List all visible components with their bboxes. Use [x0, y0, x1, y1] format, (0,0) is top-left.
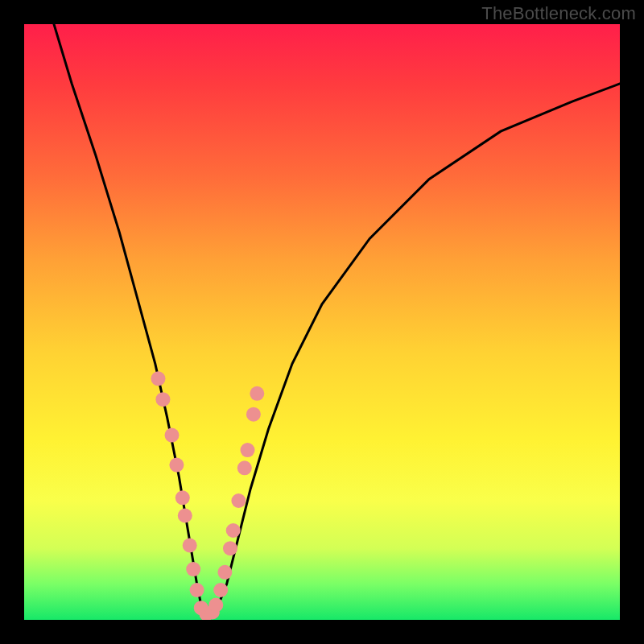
highlight-dot: [226, 523, 241, 538]
highlight-dot: [151, 371, 166, 386]
highlight-dot: [231, 493, 246, 508]
chart-frame: TheBottleneck.com: [0, 0, 644, 644]
highlight-dot: [183, 539, 197, 553]
highlight-dot: [250, 386, 264, 401]
highlight-dot: [186, 562, 200, 576]
highlight-dot: [246, 407, 261, 422]
highlight-dot: [241, 443, 255, 457]
highlight-dot: [169, 458, 184, 473]
marker-group: [151, 371, 265, 620]
highlight-dot: [237, 460, 252, 475]
highlight-dot: [165, 428, 180, 443]
highlight-dot: [155, 392, 170, 407]
highlight-dot: [217, 565, 232, 580]
highlight-dot: [208, 598, 223, 613]
highlight-dot: [190, 583, 204, 597]
highlight-dot: [213, 583, 228, 597]
highlight-dot: [178, 509, 192, 523]
curve-svg: [24, 24, 620, 620]
bottleneck-curve: [54, 24, 620, 614]
plot-area: [24, 24, 620, 620]
watermark-text: TheBottleneck.com: [481, 3, 636, 24]
highlight-dot: [175, 490, 190, 505]
highlight-dot: [223, 541, 237, 555]
